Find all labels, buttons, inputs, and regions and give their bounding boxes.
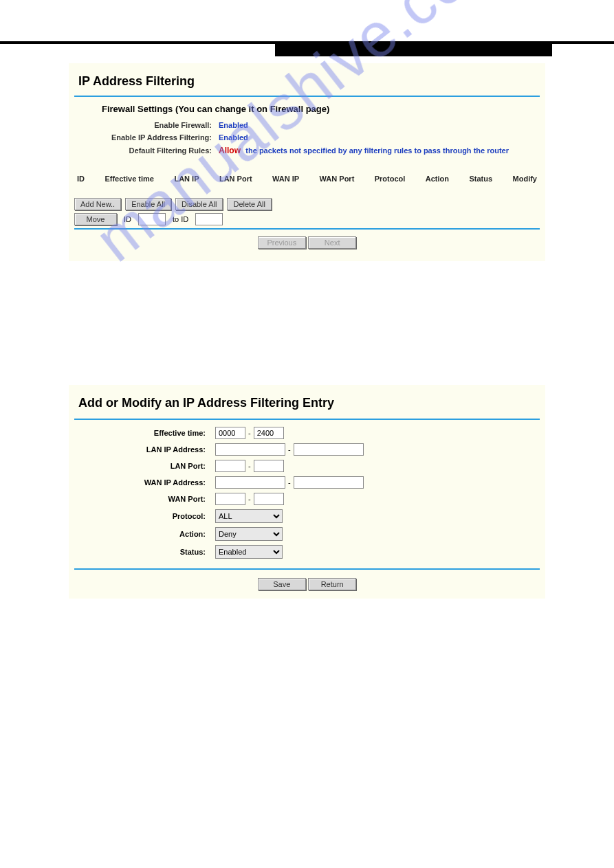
enable-ipfilter-label: Enable IP Address Filtering: [74,133,219,142]
lan-port-to-input[interactable] [254,460,284,472]
wan-port-from-input[interactable] [215,493,245,505]
divider [74,419,540,420]
setting-default-rules: Default Filtering Rules: Allow the packe… [74,146,540,155]
divider [74,96,540,97]
row-effective-time: Effective time: - [74,427,540,439]
to-id-label: to ID [173,215,188,223]
divider [74,568,540,570]
next-button[interactable]: Next [308,236,356,249]
firewall-settings-heading: Firewall Settings (You can change it on … [102,104,540,114]
row-protocol: Protocol: ALL [74,509,540,523]
page-title: IP Address Filtering [78,74,540,89]
ip-filtering-panel: IP Address Filtering Firewall Settings (… [69,63,545,261]
move-to-id-input[interactable] [195,213,223,225]
row-wan-ip: WAN IP Address: - [74,476,540,489]
move-button[interactable]: Move [74,213,117,225]
action-label: Action: [74,530,215,538]
time-to-input[interactable] [254,427,284,439]
disable-all-button[interactable]: Disable All [175,198,223,210]
action-button-row: Add New.. Enable All Disable All Delete … [74,198,540,210]
col-lan-ip: LAN IP [174,175,199,183]
effective-time-label: Effective time: [74,429,215,437]
wan-ip-to-input[interactable] [294,476,364,489]
dash: - [248,429,251,437]
move-id-input[interactable] [138,213,166,225]
enable-ipfilter-value: Enabled [219,133,248,142]
lan-ip-to-input[interactable] [294,443,364,456]
col-lan-port: LAN Port [219,175,252,183]
setting-enable-ip-filter: Enable IP Address Filtering: Enabled [74,133,540,142]
row-status: Status: Enabled [74,545,540,559]
wan-port-label: WAN Port: [74,495,215,503]
dash: - [248,495,251,503]
col-status: Status [469,175,492,183]
row-lan-ip: LAN IP Address: - [74,443,540,456]
wan-port-to-input[interactable] [254,493,284,505]
protocol-label: Protocol: [74,512,215,520]
previous-button[interactable]: Previous [258,236,306,249]
dash: - [288,478,291,487]
dash: - [248,462,251,470]
col-protocol: Protocol [375,175,406,183]
col-id: ID [77,175,85,183]
add-modify-panel: Add or Modify an IP Address Filtering En… [69,385,545,599]
pagination-row: Previous Next [74,236,540,249]
lan-port-label: LAN Port: [74,462,215,470]
row-action: Action: Deny [74,527,540,541]
wan-ip-label: WAN IP Address: [74,478,215,487]
enable-firewall-value: Enabled [219,121,248,129]
default-rules-text: the packets not specified by any filteri… [245,146,509,155]
col-modify: Modify [513,175,537,183]
filter-table-header: ID Effective time LAN IP LAN Port WAN IP… [74,175,540,183]
lan-ip-from-input[interactable] [215,443,285,456]
lan-ip-label: LAN IP Address: [74,445,215,454]
default-rules-label: Default Filtering Rules: [74,146,219,155]
divider [74,228,540,230]
top-black-block [275,41,552,56]
default-rules-allow: Allow [219,146,241,155]
col-wan-port: WAN Port [320,175,355,183]
save-return-row: Save Return [74,578,540,590]
enable-firewall-label: Enable Firewall: [74,121,219,129]
time-from-input[interactable] [215,427,245,439]
status-label: Status: [74,548,215,556]
row-lan-port: LAN Port: - [74,460,540,472]
protocol-select[interactable]: ALL [215,509,283,523]
lan-port-from-input[interactable] [215,460,245,472]
add-new-button[interactable]: Add New.. [74,198,121,210]
top-border [0,41,614,56]
row-wan-port: WAN Port: - [74,493,540,505]
save-button[interactable]: Save [258,578,306,590]
move-row: Move ID to ID [74,213,540,225]
setting-enable-firewall: Enable Firewall: Enabled [74,121,540,129]
page-title-2: Add or Modify an IP Address Filtering En… [78,396,540,410]
col-wan-ip: WAN IP [272,175,299,183]
id-label: ID [124,215,131,223]
col-action: Action [426,175,449,183]
action-select[interactable]: Deny [215,527,283,541]
delete-all-button[interactable]: Delete All [227,198,271,210]
return-button[interactable]: Return [308,578,356,590]
enable-all-button[interactable]: Enable All [125,198,171,210]
status-select[interactable]: Enabled [215,545,283,559]
wan-ip-from-input[interactable] [215,476,285,489]
col-effective-time: Effective time [105,175,154,183]
dash: - [288,445,291,454]
